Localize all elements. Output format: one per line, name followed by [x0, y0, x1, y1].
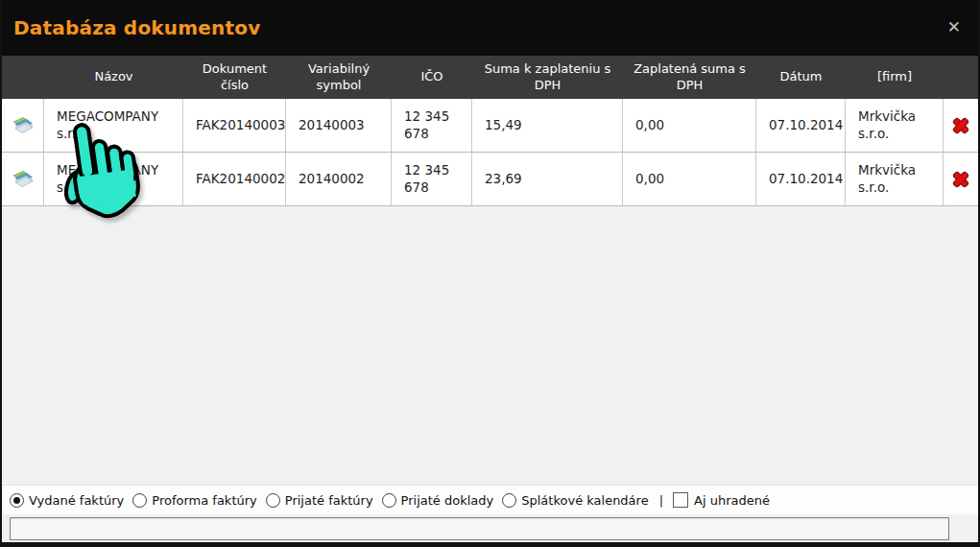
cell-suma-k-zaplateniu: 15,49 — [472, 99, 623, 152]
radio-icon — [382, 493, 396, 508]
cell-variabilny-symbol: 20140003 — [286, 99, 392, 152]
radio-vydane-faktury[interactable]: Vydané faktúry — [10, 493, 124, 508]
cell-nazov: MEGACOMPANY s.r.o. — [44, 153, 183, 205]
cell-firm: Mrkvička s.r.o. — [846, 153, 944, 205]
document-type-filter-bar: Vydané faktúry Proforma faktúry Prijaté … — [2, 485, 978, 514]
radio-icon — [132, 493, 147, 508]
header-ico: IČO — [392, 56, 472, 99]
header-suma-k-zaplateniu: Suma k zaplateniu s DPH — [472, 56, 623, 99]
radio-selected-icon — [10, 493, 24, 508]
cell-variabilny-symbol: 20140002 — [286, 153, 392, 205]
cell-nazov: MEGACOMPANY s.r.o. — [44, 99, 183, 152]
radio-proforma-faktury[interactable]: Proforma faktúry — [132, 493, 256, 508]
cell-zaplatena-suma: 0,00 — [623, 99, 756, 152]
checkbox-label: Aj uhradené — [694, 493, 770, 508]
close-icon[interactable]: ✕ — [945, 17, 963, 37]
cell-zaplatena-suma: 0,00 — [623, 153, 756, 205]
cell-datum: 07.10.2014 — [756, 153, 846, 205]
radio-label: Proforma faktúry — [152, 493, 256, 508]
header-datum: Dátum — [756, 56, 846, 99]
cell-datum: 07.10.2014 — [756, 99, 846, 152]
table-row[interactable]: MEGACOMPANY s.r.o. FAK20140003 20140003 … — [2, 99, 978, 153]
document-type-icon — [2, 99, 44, 152]
radio-label: Vydané faktúry — [29, 493, 124, 508]
header-delete-col — [944, 56, 978, 99]
empty-area — [2, 206, 978, 485]
dialog-titlebar: Databáza dokumentov ✕ — [2, 0, 978, 56]
red-x-delete-icon — [950, 115, 971, 136]
dialog-title: Databáza dokumentov — [2, 16, 260, 39]
table-header-row: Názov Dokument číslo Variabilný symbol I… — [2, 56, 978, 99]
cell-firm: Mrkvička s.r.o. — [846, 99, 944, 152]
documents-database-dialog: Databáza dokumentov ✕ Názov Dokument čís… — [0, 0, 980, 547]
radio-prijate-doklady[interactable]: Prijaté doklady — [382, 493, 494, 508]
cell-dokument-cislo: FAK20140002 — [183, 153, 286, 205]
red-x-delete-icon — [950, 169, 971, 190]
document-type-icon — [2, 153, 44, 205]
header-variabilny-symbol: Variabilný symbol — [286, 56, 392, 99]
delete-row-button[interactable] — [944, 153, 978, 205]
checkbox-icon — [673, 492, 688, 508]
radio-label: Splátkové kalendáre — [521, 493, 648, 508]
checkbox-aj-uhradene[interactable]: Aj uhradené — [673, 492, 770, 508]
status-input[interactable] — [10, 517, 949, 540]
radio-prijate-faktury[interactable]: Prijaté faktúry — [266, 493, 373, 508]
delete-row-button[interactable] — [944, 99, 978, 152]
cell-dokument-cislo: FAK20140003 — [183, 99, 286, 152]
radio-icon — [266, 493, 280, 508]
cell-ico: 12 345 678 — [392, 153, 472, 205]
radio-label: Prijaté faktúry — [285, 493, 373, 508]
filter-separator: | — [659, 493, 663, 508]
radio-splatkove-kalendare[interactable]: Splátkové kalendáre — [502, 493, 648, 508]
header-zaplatena-suma: Zaplatená suma s DPH — [623, 56, 756, 99]
cell-suma-k-zaplateniu: 23,69 — [472, 153, 623, 205]
radio-label: Prijaté doklady — [401, 493, 494, 508]
header-dokument-cislo: Dokument číslo — [183, 56, 286, 99]
header-icon-col — [2, 56, 44, 99]
header-firm: [firm] — [846, 56, 944, 99]
cell-ico: 12 345 678 — [392, 99, 472, 152]
table-row[interactable]: MEGACOMPANY s.r.o. FAK20140002 20140002 … — [2, 153, 978, 206]
status-bar — [2, 514, 978, 547]
radio-icon — [502, 493, 516, 508]
header-nazov: Názov — [44, 56, 183, 99]
